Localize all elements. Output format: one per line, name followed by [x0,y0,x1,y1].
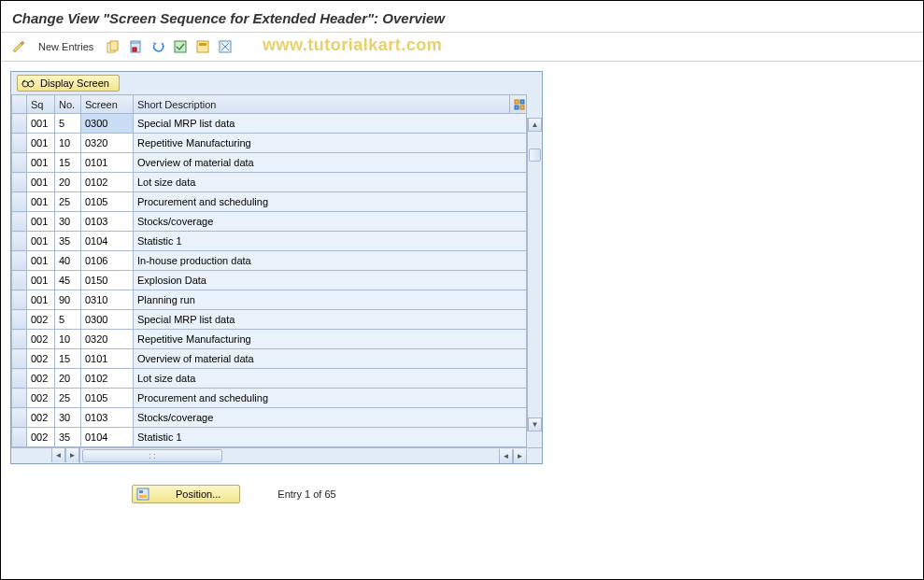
scroll-right-icon[interactable]: ► [513,449,527,463]
cell-sq[interactable]: 001 [27,134,55,153]
cell-no[interactable]: 20 [55,173,81,192]
table-row[interactable]: 001100320Repetitive Manufacturing [12,134,527,153]
cell-sq[interactable]: 001 [27,271,55,290]
column-header-no[interactable]: No. [55,95,81,114]
cell-no[interactable]: 10 [55,134,81,153]
cell-sq[interactable]: 001 [27,251,55,271]
cell-sq[interactable]: 001 [27,212,55,232]
cell-no[interactable]: 5 [55,114,81,134]
cell-sq[interactable]: 002 [27,349,55,369]
table-row[interactable]: 001200102Lot size data [12,173,527,192]
table-row[interactable]: 002150101Overview of material data [12,349,527,369]
cell-sq[interactable]: 001 [27,290,55,310]
copy-as-icon[interactable] [105,38,121,55]
scroll-left-icon[interactable]: ◄ [499,449,513,463]
new-entries-button[interactable]: New Entries [33,39,99,54]
cell-screen[interactable]: 0105 [81,389,134,408]
toggle-display-change-icon[interactable] [10,38,27,55]
row-selector[interactable] [12,271,27,290]
delete-icon[interactable] [127,38,144,55]
row-selector[interactable] [12,369,27,389]
cell-screen[interactable]: 0105 [81,192,134,212]
cell-sq[interactable]: 001 [27,232,55,251]
column-header-screen[interactable]: Screen [81,95,134,114]
scroll-right-outer-icon[interactable]: ► [65,448,79,462]
table-row[interactable]: 002200102Lot size data [12,369,527,389]
column-header-sq[interactable]: Sq [27,95,55,114]
cell-sq[interactable]: 001 [27,173,55,192]
table-row[interactable]: 001150101Overview of material data [12,153,527,173]
cell-no[interactable]: 30 [55,408,81,428]
cell-screen[interactable]: 0101 [81,153,134,173]
cell-screen[interactable]: 0300 [81,310,134,330]
undo-icon[interactable] [149,38,166,55]
row-selector[interactable] [12,212,27,232]
deselect-all-icon[interactable] [217,38,234,55]
table-row[interactable]: 001350104Statistic 1 [12,232,527,251]
cell-no[interactable]: 30 [55,212,81,232]
table-row[interactable]: 001450150Explosion Data [12,271,527,290]
cell-screen[interactable]: 0104 [81,428,134,447]
row-selector[interactable] [12,134,27,153]
cell-no[interactable]: 45 [55,271,81,290]
cell-screen[interactable]: 0104 [81,232,134,251]
cell-sq[interactable]: 002 [27,330,55,349]
scroll-left-outer-icon[interactable]: ◄ [51,448,65,462]
row-selector[interactable] [12,153,27,173]
cell-screen[interactable]: 0300 [81,114,134,134]
table-row[interactable]: 002100320Repetitive Manufacturing [12,330,527,349]
cell-screen[interactable]: 0102 [81,173,134,192]
cell-screen[interactable]: 0150 [81,271,134,290]
row-selector[interactable] [12,389,27,408]
position-button[interactable]: Position... [132,485,240,503]
cell-no[interactable]: 25 [55,389,81,408]
cell-screen[interactable]: 0101 [81,349,134,369]
row-selector[interactable] [12,349,27,369]
cell-no[interactable]: 20 [55,369,81,389]
select-block-icon[interactable] [194,38,211,55]
cell-screen[interactable]: 0106 [81,251,134,271]
cell-screen[interactable]: 0102 [81,369,134,389]
horizontal-scrollbar[interactable]: ◄ ► : : ◄ ► [11,447,542,463]
cell-sq[interactable]: 002 [27,389,55,408]
cell-sq[interactable]: 002 [27,369,55,389]
table-config-icon[interactable] [510,95,527,114]
row-selector[interactable] [12,310,27,330]
cell-no[interactable]: 15 [55,153,81,173]
row-selector[interactable] [12,330,27,349]
cell-no[interactable]: 15 [55,349,81,369]
cell-no[interactable]: 10 [55,330,81,349]
cell-sq[interactable]: 002 [27,310,55,330]
cell-screen[interactable]: 0320 [81,330,134,349]
column-header-description[interactable]: Short Description [134,95,510,114]
cell-no[interactable]: 35 [55,232,81,251]
table-row[interactable]: 001400106In-house production data [12,251,527,271]
table-row[interactable]: 001250105Procurement and scheduling [12,192,527,212]
cell-screen[interactable]: 0103 [81,212,134,232]
cell-no[interactable]: 35 [55,428,81,447]
cell-no[interactable]: 25 [55,192,81,212]
cell-screen[interactable]: 0103 [81,408,134,428]
cell-no[interactable]: 5 [55,310,81,330]
vertical-scrollbar[interactable]: ▲ ▼ [527,118,542,431]
table-row[interactable]: 001300103Stocks/coverage [12,212,527,232]
table-row[interactable]: 002350104Statistic 1 [12,428,527,447]
table-row[interactable]: 001900310Planning run [12,290,527,310]
cell-sq[interactable]: 001 [27,192,55,212]
row-selector[interactable] [12,408,27,428]
row-selector[interactable] [12,251,27,271]
cell-sq[interactable]: 002 [27,428,55,447]
row-selector[interactable] [12,290,27,310]
table-row[interactable]: 00150300Special MRP list data [12,114,527,134]
select-all-icon[interactable] [172,38,189,55]
cell-no[interactable]: 90 [55,290,81,310]
cell-screen[interactable]: 0320 [81,134,134,153]
cell-sq[interactable]: 001 [27,114,55,134]
table-row[interactable]: 002300103Stocks/coverage [12,408,527,428]
column-header-selector[interactable] [12,95,27,114]
cell-screen[interactable]: 0310 [81,290,134,310]
table-row[interactable]: 00250300Special MRP list data [12,310,527,330]
scroll-thumb-horizontal[interactable]: : : [82,449,222,462]
row-selector[interactable] [12,114,27,134]
cell-no[interactable]: 40 [55,251,81,271]
